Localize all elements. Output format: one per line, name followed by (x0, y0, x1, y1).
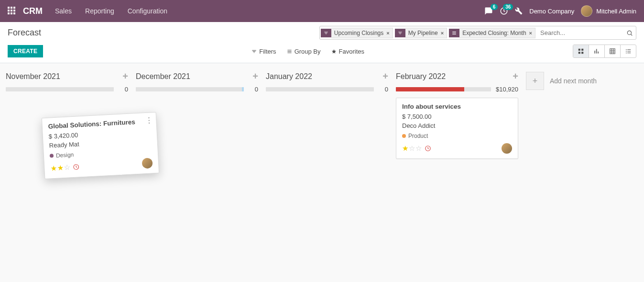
svg-point-10 (626, 49, 627, 50)
column-amount: 0 (379, 86, 388, 93)
facet-label: My Pipeline (408, 30, 438, 36)
facet-remove[interactable]: × (386, 30, 389, 36)
user-menu[interactable]: Mitchell Admin (581, 5, 636, 17)
groupby-icon (449, 29, 459, 37)
svg-rect-4 (579, 52, 580, 54)
svg-rect-13 (627, 51, 631, 51)
kanban-card-dragging[interactable]: ⋮ Global Solutions: Furnitures $ 3,420.0… (42, 112, 159, 179)
activities-badge: 36 (503, 4, 513, 10)
facet-remove[interactable]: × (529, 30, 532, 36)
add-month-button[interactable]: + (526, 72, 544, 90)
svg-rect-6 (594, 51, 595, 54)
activity-clock-icon[interactable] (73, 163, 80, 170)
nav-sales[interactable]: Sales (55, 7, 72, 15)
svg-point-14 (626, 53, 627, 54)
search-icon[interactable] (626, 30, 633, 36)
svg-point-1 (627, 31, 631, 34)
assignee-avatar[interactable] (142, 158, 153, 169)
card-menu-icon[interactable]: ⋮ (145, 115, 153, 125)
card-amount: $ 7,500.00 (402, 113, 512, 120)
view-kanban[interactable] (573, 45, 589, 57)
card-tag: Product (402, 133, 428, 139)
view-pivot[interactable] (605, 45, 621, 57)
nav-reporting[interactable]: Reporting (85, 7, 114, 15)
groupby-dropdown[interactable]: Group By (287, 48, 321, 55)
column-progress-bar (266, 87, 374, 91)
column-title[interactable]: February 2022 (396, 72, 513, 81)
tag-dot-icon (50, 154, 54, 158)
breadcrumb: Forecast (8, 28, 41, 38)
svg-point-12 (626, 51, 627, 52)
messaging-icon[interactable]: 6 (484, 7, 493, 15)
column-add-icon[interactable]: + (122, 71, 128, 82)
priority-stars[interactable]: ★☆☆ (402, 144, 422, 153)
tag-dot-icon (402, 134, 406, 138)
facet-remove[interactable]: × (441, 30, 444, 36)
column-add-icon[interactable]: + (252, 71, 258, 82)
facet-label: Upcoming Closings (334, 30, 383, 36)
svg-rect-3 (581, 49, 583, 51)
column-add-icon[interactable]: + (513, 71, 518, 82)
facet-label: Expected Closing: Month (462, 30, 526, 36)
column-add-icon[interactable]: + (382, 71, 388, 82)
create-button[interactable]: CREATE (8, 45, 43, 57)
view-graph[interactable] (589, 45, 605, 57)
card-title: Info about services (402, 103, 512, 110)
svg-rect-7 (596, 49, 597, 53)
user-name: Mitchell Admin (596, 8, 636, 15)
apps-icon[interactable] (8, 7, 16, 15)
filter-icon (321, 29, 331, 37)
avatar (581, 5, 592, 17)
company-name: Demo Company (529, 8, 574, 15)
assignee-avatar[interactable] (502, 143, 512, 154)
column-title[interactable]: December 2021 (136, 72, 252, 81)
company-switcher[interactable]: Demo Company (529, 8, 574, 15)
filter-icon (395, 29, 405, 37)
priority-stars[interactable]: ★★☆ (50, 163, 70, 172)
column-title[interactable]: January 2022 (266, 72, 382, 81)
search-bar[interactable]: Upcoming Closings × My Pipeline × Expe (319, 26, 636, 40)
column-progress-bar (6, 87, 114, 91)
favorites-dropdown[interactable]: Favorites (331, 48, 364, 55)
svg-rect-9 (610, 49, 615, 54)
column-amount: $10,920 (496, 86, 518, 93)
svg-rect-5 (581, 52, 583, 54)
kanban-card[interactable]: Info about services $ 7,500.00 Deco Addi… (396, 98, 518, 159)
filters-dropdown[interactable]: Filters (251, 48, 276, 55)
svg-rect-11 (627, 49, 631, 50)
app-brand[interactable]: CRM (23, 6, 43, 16)
search-input[interactable] (537, 27, 623, 38)
nav-configuration[interactable]: Configuration (128, 7, 167, 15)
column-title[interactable]: November 2021 (6, 72, 122, 81)
column-amount: 0 (249, 86, 258, 93)
view-list[interactable] (621, 45, 636, 57)
column-progress-bar (136, 87, 244, 91)
add-month-label: Add next month (550, 77, 597, 85)
svg-rect-2 (579, 49, 580, 51)
messaging-badge: 6 (491, 4, 498, 10)
activities-icon[interactable]: 36 (500, 7, 508, 15)
activity-clock-icon[interactable] (425, 145, 431, 152)
svg-rect-8 (598, 52, 599, 54)
column-amount: 0 (119, 86, 128, 93)
column-progress-bar (396, 87, 491, 91)
card-tag: Design (50, 151, 74, 159)
svg-rect-15 (627, 53, 631, 53)
debug-icon[interactable] (515, 7, 523, 15)
card-customer: Deco Addict (402, 122, 512, 129)
